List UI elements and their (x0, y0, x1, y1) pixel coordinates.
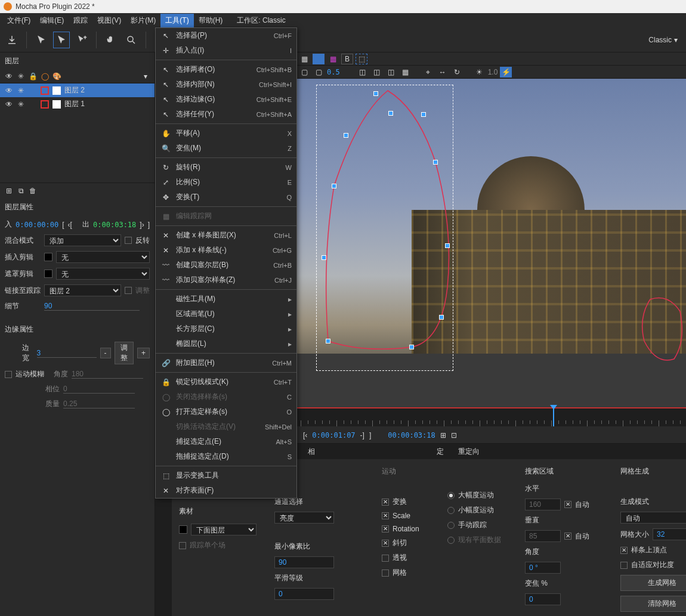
spline-handle[interactable] (332, 184, 336, 188)
pointer-tool-icon[interactable] (33, 32, 50, 48)
quality-input[interactable] (63, 400, 135, 408)
eye-icon[interactable]: 👁 (5, 72, 13, 81)
bracket-out-icon[interactable]: ] (148, 221, 150, 229)
spline-handle[interactable] (322, 255, 326, 260)
pointer-b-tool-icon[interactable] (53, 32, 70, 48)
clip-select[interactable]: 下面图层 (191, 524, 257, 535)
htab-stabilize[interactable]: 定 (429, 444, 451, 459)
rotation-checkbox[interactable] (382, 525, 389, 533)
zoom-value[interactable]: 0.5 (327, 68, 340, 76)
menu-item[interactable]: ⬚显示变换工具 (156, 468, 296, 483)
menu-view[interactable]: 视图(V) (92, 14, 126, 27)
menu-item[interactable]: ⤢比例(S)E (156, 175, 296, 190)
edge-minus-button[interactable]: - (100, 348, 111, 358)
menu-item[interactable]: ↖选择器(P)Ctrl+F (156, 28, 296, 43)
menu-track[interactable]: 跟踪 (69, 14, 92, 27)
layer-color1[interactable] (41, 86, 49, 95)
menu-clip[interactable]: 影片(M) (126, 14, 160, 27)
hand-tool-icon[interactable] (103, 32, 119, 48)
exposure-value[interactable]: 1.0 (488, 68, 498, 76)
adaptive-checkbox[interactable] (620, 562, 628, 569)
layout-selector[interactable]: Classic ▾ (648, 36, 682, 44)
spline-handle[interactable] (388, 111, 393, 116)
view1-icon[interactable]: ◫ (357, 67, 369, 78)
pick-icon[interactable]: ⌖ (422, 67, 434, 78)
blend-mode-select[interactable]: 添加 (44, 234, 121, 246)
htab-camera[interactable]: 相 (301, 444, 322, 459)
spline-handle[interactable] (433, 160, 438, 165)
spline-handle[interactable] (373, 91, 378, 96)
layer-color2[interactable] (52, 100, 61, 109)
menu-help[interactable]: 帮助(H) (194, 14, 228, 27)
mesh-checkbox[interactable] (382, 569, 389, 577)
menu-item[interactable]: ↻旋转(R)W (156, 160, 296, 175)
menu-item[interactable]: 🔒锁定切线模式(K)Ctrl+T (156, 374, 296, 389)
out-timecode[interactable]: 0:00:03:18 (93, 221, 136, 229)
menu-item[interactable]: ↖选择内部(N)Ctrl+Shift+I (156, 77, 296, 92)
link-track-select[interactable]: 图层 2 (44, 284, 121, 296)
group-icon[interactable]: ⊞ (5, 187, 13, 195)
insert-color[interactable] (44, 253, 52, 261)
transform-checkbox[interactable] (382, 499, 389, 506)
angle-input[interactable] (72, 370, 143, 379)
menu-item[interactable]: ✕对齐表面(F) (156, 483, 296, 498)
smooth-input[interactable] (274, 588, 334, 600)
eye-icon[interactable]: 👁 (5, 86, 13, 95)
menu-item[interactable]: ✕创建 x 样条图层(X)Ctrl+L (156, 228, 296, 243)
detail-input[interactable] (44, 302, 140, 311)
selection-box[interactable] (316, 85, 453, 371)
mesh-size-input[interactable] (653, 528, 686, 540)
clip-color[interactable] (179, 525, 187, 534)
menu-item[interactable]: ↖选择两者(O)Ctrl+Shift+B (156, 62, 296, 77)
bolt-icon[interactable]: ⚡ (500, 67, 512, 78)
spline-handle[interactable] (439, 315, 444, 320)
duplicate-icon[interactable]: ⧉ (17, 187, 25, 195)
trash-icon[interactable]: 🗑 (29, 187, 37, 195)
horiz-auto-checkbox[interactable] (564, 501, 571, 508)
zoom-fit-icon[interactable]: ⊡ (451, 431, 457, 439)
menu-item[interactable]: ✕添加 x 样条线(-)Ctrl+G (156, 243, 296, 258)
manual-radio[interactable] (447, 522, 455, 529)
menu-item[interactable]: ◯打开选定样条(s)O (156, 404, 296, 419)
existing-radio[interactable] (447, 537, 455, 544)
gear-icon[interactable]: ✳ (17, 100, 25, 109)
bracket-close-icon[interactable]: -] (360, 431, 364, 439)
playhead[interactable] (553, 408, 554, 426)
menu-item[interactable]: 〰添加贝塞尔样条(Z)Ctrl+J (156, 273, 296, 287)
lock-icon[interactable]: 🔒 (29, 72, 37, 81)
rotate-icon[interactable]: ↻ (451, 67, 463, 78)
workspace-label[interactable]: 工作区: Classic (232, 14, 290, 27)
save-icon[interactable] (4, 32, 20, 48)
menu-edit[interactable]: 编辑(E) (35, 14, 69, 27)
zoom-tool-icon[interactable] (123, 32, 140, 48)
view3-icon[interactable]: ◫ (385, 67, 397, 78)
matte-color[interactable] (44, 270, 52, 278)
menu-tools[interactable]: 工具(T) (160, 14, 193, 27)
menu-item[interactable]: ✋平移(A)X (156, 126, 296, 141)
spline-handle[interactable] (326, 339, 330, 343)
scale-checkbox[interactable] (382, 512, 389, 519)
menu-item[interactable]: 捕捉选定点(E)Alt+S (156, 434, 296, 449)
search-zoom-input[interactable] (525, 593, 561, 605)
surface-icon[interactable]: S (313, 54, 325, 64)
current-timecode[interactable]: 0:00:01:07 (312, 431, 355, 439)
generate-mesh-button[interactable]: 生成网格 (620, 575, 686, 591)
min-pixel-input[interactable] (274, 556, 334, 568)
menu-file[interactable]: 文件(F) (2, 14, 35, 27)
zoom-in-icon[interactable]: ⊞ (440, 431, 446, 439)
bracket-in-arrow-icon[interactable]: ‹[ (68, 221, 72, 229)
layer2-icon[interactable]: ▢ (313, 67, 325, 78)
bracket-in-icon[interactable]: [ (62, 221, 64, 229)
menu-item[interactable]: ✛插入点(I)I (156, 43, 296, 58)
layer-row[interactable]: 👁 ✳ 图层 1 (0, 97, 154, 111)
adjust-checkbox[interactable] (125, 287, 132, 294)
menu-item[interactable]: ✥变换(T)Q (156, 190, 296, 205)
move-icon[interactable]: ↔ (437, 67, 449, 78)
bracket2-icon[interactable]: ] (369, 431, 371, 439)
gen-mode-select[interactable]: 自动 (620, 512, 686, 524)
small-motion-radio[interactable] (447, 507, 455, 514)
in-timecode[interactable]: 0:00:00:00 (16, 221, 58, 229)
view4-icon[interactable]: ▦ (400, 67, 412, 78)
channel-select[interactable]: 亮度 (274, 512, 334, 524)
edge-adjust-button[interactable]: 调整 (115, 342, 134, 364)
